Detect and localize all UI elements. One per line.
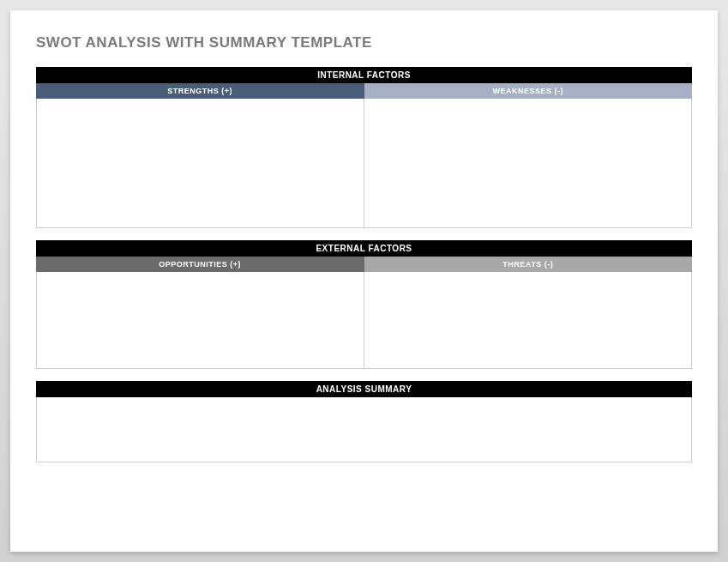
strengths-header: STRENGTHS (+) [36, 83, 364, 99]
page-title: SWOT ANALYSIS WITH SUMMARY TEMPLATE [36, 34, 692, 51]
internal-content-row [36, 99, 692, 228]
opportunities-header: OPPORTUNITIES (+) [36, 257, 364, 272]
threats-header: THREATS (-) [364, 257, 693, 272]
weaknesses-cell[interactable] [364, 99, 691, 227]
threats-cell[interactable] [364, 272, 691, 368]
external-factors-header: EXTERNAL FACTORS [36, 240, 692, 257]
analysis-summary-cell[interactable] [36, 397, 692, 462]
internal-factors-section: INTERNAL FACTORS STRENGTHS (+) WEAKNESSE… [36, 67, 692, 228]
opportunities-cell[interactable] [37, 272, 364, 368]
internal-factors-header: INTERNAL FACTORS [36, 67, 692, 83]
strengths-cell[interactable] [37, 99, 364, 227]
document-page: SWOT ANALYSIS WITH SUMMARY TEMPLATE INTE… [10, 10, 718, 552]
external-factors-section: EXTERNAL FACTORS OPPORTUNITIES (+) THREA… [36, 240, 692, 369]
analysis-summary-section: ANALYSIS SUMMARY [36, 381, 692, 462]
external-col-headers: OPPORTUNITIES (+) THREATS (-) [36, 257, 692, 272]
weaknesses-header: WEAKNESSES (-) [364, 83, 693, 99]
external-content-row [36, 272, 692, 369]
internal-col-headers: STRENGTHS (+) WEAKNESSES (-) [36, 83, 692, 99]
analysis-summary-header: ANALYSIS SUMMARY [36, 381, 692, 397]
